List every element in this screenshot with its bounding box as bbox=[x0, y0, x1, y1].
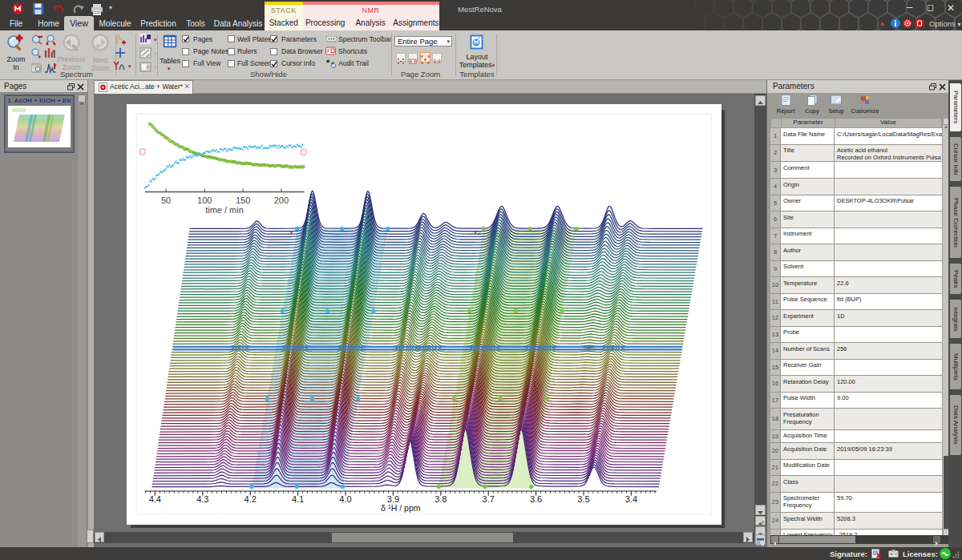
svg-text:1:1: 1:1 bbox=[434, 58, 442, 64]
svg-text:3.4: 3.4 bbox=[625, 494, 637, 504]
svg-text:Y: Y bbox=[289, 229, 294, 236]
svg-text:3.6: 3.6 bbox=[530, 494, 542, 504]
svg-text:3.9: 3.9 bbox=[387, 494, 399, 504]
svg-text:150: 150 bbox=[236, 195, 250, 205]
svg-text:50: 50 bbox=[161, 195, 171, 205]
svg-text:δ 1H / ppm: δ 1H / ppm bbox=[381, 503, 421, 513]
svg-text:Y2: Y2 bbox=[473, 229, 481, 236]
svg-text:4.1: 4.1 bbox=[292, 494, 304, 504]
svg-text:200: 200 bbox=[274, 195, 289, 205]
svg-text:4.4: 4.4 bbox=[149, 494, 161, 504]
svg-text:3.5: 3.5 bbox=[577, 494, 589, 504]
svg-text:4.0: 4.0 bbox=[339, 494, 351, 504]
svg-text:4.3: 4.3 bbox=[196, 494, 208, 504]
svg-text:time / min: time / min bbox=[205, 205, 244, 215]
svg-text:100: 100 bbox=[197, 195, 212, 205]
svg-text:3.7: 3.7 bbox=[483, 494, 495, 504]
svg-text:4.2: 4.2 bbox=[245, 494, 257, 504]
svg-text:3.8: 3.8 bbox=[435, 494, 447, 504]
